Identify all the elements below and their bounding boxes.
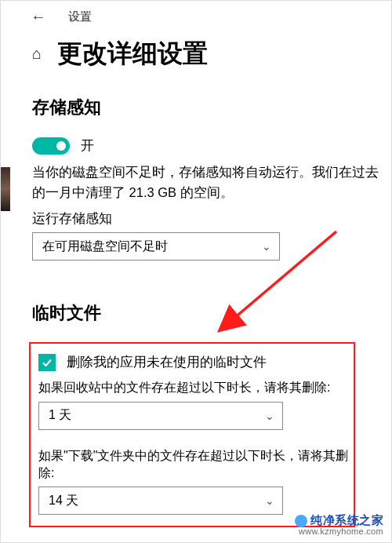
storage-sense-description: 当你的磁盘空间不足时，存储感知将自动运行。我们在过去的一月中清理了 21.3 G…: [7, 162, 391, 202]
chevron-down-icon: ⌄: [262, 240, 271, 253]
toggle-knob: [56, 141, 66, 151]
delete-temp-files-checkbox[interactable]: [38, 354, 56, 371]
delete-temp-files-row: 删除我的应用未在使用的临时文件: [34, 353, 350, 371]
home-icon[interactable]: ⌂: [32, 45, 42, 63]
watermark: 纯净系统之家 www.kzmyhome.com: [295, 513, 383, 536]
recycle-bin-selected: 1 天: [49, 407, 71, 424]
run-storage-sense-label: 运行存储感知: [7, 210, 391, 228]
storage-sense-toggle-row: 开: [7, 137, 391, 155]
storage-sense-toggle[interactable]: [32, 137, 70, 155]
watermark-logo-icon: [295, 515, 307, 527]
downloads-label: 如果"下载"文件夹中的文件存在超过以下时长，请将其删除:: [34, 447, 350, 483]
back-arrow-icon[interactable]: ←: [31, 9, 46, 24]
settings-label: 设置: [68, 9, 92, 24]
downloads-select[interactable]: 14 天 ⌄: [38, 487, 283, 515]
check-icon: [41, 356, 53, 369]
chevron-down-icon: ⌄: [265, 410, 274, 422]
watermark-url: www.kzmyhome.com: [295, 527, 383, 536]
settings-window: ← 设置 ⌂ 更改详细设置 存储感知 开 当你的磁盘空间不足时，存储感知将自动运…: [0, 0, 392, 543]
page-title: 更改详细设置: [57, 40, 208, 67]
delete-temp-files-label: 删除我的应用未在使用的临时文件: [67, 353, 267, 371]
recycle-bin-label: 如果回收站中的文件存在超过以下时长，请将其删除:: [34, 379, 350, 396]
left-edge-fragment: [1, 167, 10, 211]
toggle-state-label: 开: [81, 137, 94, 155]
chevron-down-icon: ⌄: [265, 494, 274, 507]
run-storage-sense-select[interactable]: 在可用磁盘空间不足时 ⌄: [32, 232, 280, 261]
top-bar: ← 设置: [7, 9, 391, 24]
recycle-bin-select[interactable]: 1 天 ⌄: [38, 402, 283, 430]
temp-files-heading: 临时文件: [7, 301, 391, 325]
downloads-selected: 14 天: [49, 493, 78, 509]
highlight-annotation: 删除我的应用未在使用的临时文件 如果回收站中的文件存在超过以下时长，请将其删除:…: [29, 342, 355, 527]
storage-sense-heading: 存储感知: [7, 96, 391, 119]
run-storage-sense-selected: 在可用磁盘空间不足时: [42, 239, 168, 255]
page-title-row: ⌂ 更改详细设置: [7, 40, 391, 67]
